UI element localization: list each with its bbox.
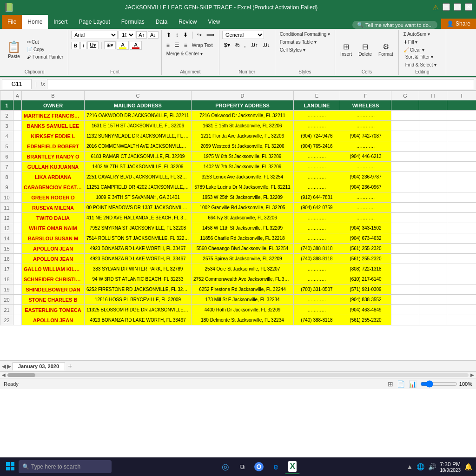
cell-G3[interactable] (391, 121, 419, 131)
cell-I2[interactable] (447, 111, 476, 121)
col-header-D[interactable]: D (192, 91, 294, 100)
close-button[interactable]: ✕ (465, 3, 472, 11)
cell-A10[interactable] (13, 192, 22, 203)
cell-A14[interactable] (13, 233, 22, 244)
cell-F14[interactable]: (904) 673-4632 (340, 233, 391, 244)
cell-G2[interactable] (391, 111, 419, 121)
cell-C5[interactable]: 2016 COMMONWEALTH AVE JACKSONVILLE, FL 3… (85, 141, 192, 152)
align-left-button[interactable]: ≡ (165, 41, 172, 49)
cell-C20[interactable]: 12816 HOSS PL BRYCEVILLE, FL 32009 (85, 295, 192, 305)
cell-H20[interactable] (419, 295, 447, 305)
cell-B1[interactable]: OWNER (22, 100, 85, 111)
cell-F19[interactable]: (571) 921-0309 (340, 284, 391, 295)
cell-A3[interactable] (13, 121, 22, 131)
cell-B19[interactable]: SHINDELBOWER DAN (22, 284, 85, 295)
cell-E20[interactable]: ………… (294, 295, 340, 305)
cell-F10[interactable]: ………… (340, 192, 391, 203)
cell-D19[interactable]: 6252 Firestone Rd Jacksonville, FL 32244 (192, 284, 294, 295)
cell-D11[interactable]: 1002 Granville Rd Jacksonville, FL 32205 (192, 203, 294, 213)
cell-A13[interactable] (13, 223, 22, 233)
cell-H2[interactable] (419, 111, 447, 121)
cell-H16[interactable] (419, 254, 447, 264)
cell-D12[interactable]: 664 Ivy St Jacksonville, FL 32206 (192, 213, 294, 223)
cell-E12[interactable]: ………… (294, 213, 340, 223)
sheet-tab-january[interactable]: January 03, 2020 (12, 362, 65, 370)
col-header-B[interactable]: B (22, 91, 85, 100)
cell-B14[interactable]: BARSLOU SUSAN M (22, 233, 85, 244)
cell-F6[interactable]: (904) 446-6213 (340, 152, 391, 162)
cell-E16[interactable]: (740) 388-8118 (294, 254, 340, 264)
cell-B4[interactable]: KIRKSEY EDDIE L (22, 131, 85, 141)
decrease-decimal-button[interactable]: .0↓ (261, 41, 272, 49)
cell-H19[interactable] (419, 284, 447, 295)
cell-E6[interactable]: ………… (294, 152, 340, 162)
cell-I16[interactable] (447, 254, 476, 264)
cell-D14[interactable]: 11856 Charlie Rd Jacksonville, FL 32218 (192, 233, 294, 244)
cell-D15[interactable]: 5560 Chenango Blvd Jacksonville, FL 3225… (192, 244, 294, 254)
cell-B16[interactable]: APOLLON JEAN (22, 254, 85, 264)
notification-icon[interactable]: 🔔 (464, 463, 472, 470)
cell-H12[interactable] (419, 213, 447, 223)
next-sheet-button[interactable]: ▶ (7, 363, 11, 370)
cell-C10[interactable]: 1009 E 34TH ST SAVANNAH, GA 31401 (85, 192, 192, 203)
cell-B7[interactable]: GULLAH KUJUANNA (22, 162, 85, 172)
cell-I11[interactable] (447, 203, 476, 213)
cell-G6[interactable] (391, 152, 419, 162)
page-break-view-button[interactable]: 📊 (409, 380, 416, 388)
cell-D6[interactable]: 1975 W 6th St Jacksonville, FL 32209 (192, 152, 294, 162)
cell-E11[interactable]: (904) 642-0759 (294, 203, 340, 213)
share-button[interactable]: 👤Share (441, 19, 476, 29)
cell-E1[interactable]: LANDLINE (294, 100, 340, 111)
scroll-thumb[interactable] (7, 373, 35, 377)
italic-button[interactable]: I (80, 42, 86, 49)
start-button[interactable] (4, 460, 17, 474)
add-sheet-button[interactable]: + (66, 362, 74, 370)
cell-A1[interactable] (13, 100, 22, 111)
fill-color-button[interactable]: A (117, 41, 129, 50)
cell-I5[interactable] (447, 141, 476, 152)
cell-H8[interactable] (419, 172, 447, 182)
cell-B9[interactable]: CARABENCIOV ECATERINA (22, 182, 85, 192)
cell-F15[interactable]: (561) 255-2320 (340, 244, 391, 254)
cell-C15[interactable]: 4923 BONANZA RD LAKE WORTH, FL 33467 (85, 244, 192, 254)
cell-D22[interactable]: 180 Delmonte St Jacksonville, FL 32234 (192, 315, 294, 325)
cell-F7[interactable]: ………… (340, 162, 391, 172)
cell-C13[interactable]: 7952 SMYRNA ST JACKSONVILLE, FL 32208 (85, 223, 192, 233)
cell-I8[interactable] (447, 172, 476, 182)
col-header-G[interactable]: G (391, 91, 419, 100)
col-header-C[interactable]: C (85, 91, 192, 100)
sort-filter-button[interactable]: Sort & Filter ▾ (403, 53, 436, 60)
page-layout-view-button[interactable]: 📄 (397, 380, 405, 388)
cell-F20[interactable]: (904) 838-3552 (340, 295, 391, 305)
cell-A20[interactable] (13, 295, 22, 305)
cell-E13[interactable]: ………… (294, 223, 340, 233)
cell-B17[interactable]: GALLO WILLIAM KILLIAN (22, 264, 85, 274)
cell-G13[interactable] (391, 223, 419, 233)
cell-G18[interactable] (391, 274, 419, 284)
cell-A17[interactable] (13, 264, 22, 274)
col-header-F[interactable]: F (340, 91, 391, 100)
merge-center-button[interactable]: Merge & Center ▾ (165, 50, 205, 57)
cell-H17[interactable] (419, 264, 447, 274)
bold-button[interactable]: B (71, 42, 79, 49)
cell-I14[interactable] (447, 233, 476, 244)
cell-F9[interactable]: (904) 236-0967 (340, 182, 391, 192)
cell-H9[interactable] (419, 182, 447, 192)
cell-C18[interactable]: 94 W 3RD ST ATLANTIC BEACH, FL 32233 (85, 274, 192, 284)
cell-B21[interactable]: EASTERLING TOMECA (22, 305, 85, 315)
cell-H3[interactable] (419, 121, 447, 131)
indent-button[interactable]: ⟹ (205, 31, 216, 39)
cell-E2[interactable]: ………… (294, 111, 340, 121)
cell-D5[interactable]: 2059 Westcott St Jacksonville, FL 32206 (192, 141, 294, 152)
cell-A19[interactable] (13, 284, 22, 295)
cell-E19[interactable]: (703) 331-0507 (294, 284, 340, 295)
cell-E22[interactable]: (740) 388-8118 (294, 315, 340, 325)
fx-button[interactable]: fx (40, 80, 45, 87)
cell-E15[interactable]: (740) 388-8118 (294, 244, 340, 254)
cell-G22[interactable] (391, 315, 419, 325)
cell-D21[interactable]: 4400 Roth Dr Jacksonville, FL 32209 (192, 305, 294, 315)
cell-G20[interactable] (391, 295, 419, 305)
taskbar-excel-icon[interactable]: X (285, 459, 300, 474)
col-header-E[interactable]: E (294, 91, 340, 100)
cell-G16[interactable] (391, 254, 419, 264)
